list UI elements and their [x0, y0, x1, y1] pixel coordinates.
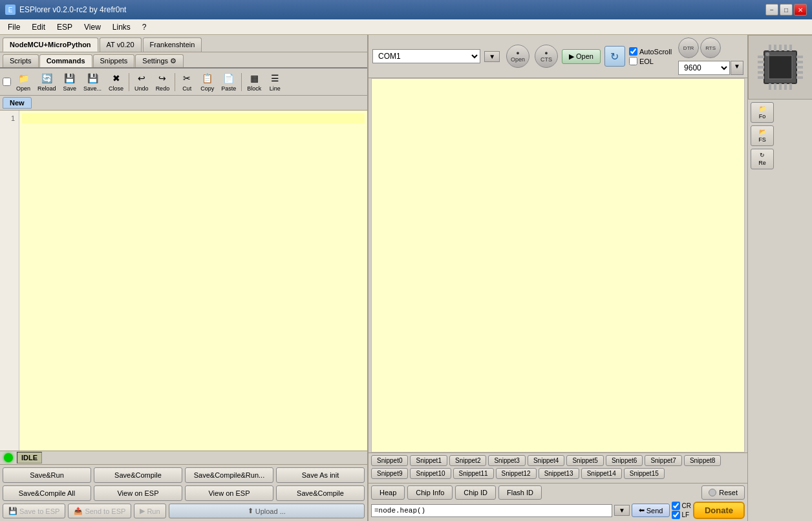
snippet-15[interactable]: Snippet15	[624, 468, 665, 479]
snippet-8[interactable]: Snippet8	[684, 455, 721, 466]
menu-help[interactable]: ?	[137, 21, 152, 33]
snippet-3[interactable]: Snippet3	[488, 455, 525, 466]
tab-franken[interactable]: Frankenshtein	[143, 37, 202, 52]
snippet-14[interactable]: Snippet14	[581, 468, 622, 479]
line-icon: ☰	[268, 72, 281, 85]
cts-button[interactable]: ● CTS	[535, 45, 558, 68]
com-dropdown-arrow[interactable]: ▼	[484, 51, 500, 62]
donate-button[interactable]: Donate	[693, 502, 745, 519]
save-compile-run-button[interactable]: Save&Compile&Run...	[185, 467, 273, 483]
com-port-select[interactable]: COM1	[372, 49, 480, 63]
reset-button[interactable]: Reset	[701, 485, 745, 500]
copy-button[interactable]: 📋 Copy	[197, 70, 217, 94]
send-to-esp-button[interactable]: 📤 Send to ESP	[68, 504, 131, 518]
rts-button[interactable]: RTS	[700, 37, 721, 58]
active-line[interactable]	[22, 113, 365, 123]
snippet-11[interactable]: Snippet11	[453, 468, 494, 479]
tab-nodemcu[interactable]: NodeMCU+MicroPython	[3, 37, 98, 52]
menu-view[interactable]: View	[79, 21, 106, 33]
tab-snippets[interactable]: Snippets	[93, 54, 135, 67]
snippet-4[interactable]: Snippet4	[528, 455, 564, 466]
save-compile-all-button[interactable]: Save&Compile All	[3, 485, 91, 501]
block-button[interactable]: ▦ Block	[244, 70, 264, 94]
save-button[interactable]: 💾 Save	[60, 70, 80, 94]
connect-button[interactable]: ▶ Open	[562, 49, 601, 64]
cmd-input[interactable]	[371, 504, 612, 517]
chip-info-button[interactable]: Chip Info	[407, 485, 453, 500]
minimize-button[interactable]: −	[765, 4, 778, 16]
reload-button[interactable]: 🔄 Reload	[34, 70, 59, 94]
connect-icon: ▶	[569, 52, 574, 61]
open-port-button[interactable]: ● Open	[506, 45, 529, 68]
menu-edit[interactable]: Edit	[27, 21, 50, 33]
save-to-esp-button[interactable]: 💾 Save to ESP	[3, 504, 65, 518]
snippet-7[interactable]: Snippet7	[645, 455, 681, 466]
open-button[interactable]: 📁 Open	[13, 70, 34, 94]
snippet-1[interactable]: Snippet1	[410, 455, 447, 466]
svg-rect-7	[796, 56, 803, 58]
snippet-9[interactable]: Snippet9	[371, 468, 408, 479]
esp-btn-row: Heap Chip Info Chip ID Flash ID Reset	[371, 485, 745, 500]
undo-button[interactable]: ↩ Undo	[131, 70, 152, 94]
sidebar-fo-button[interactable]: 📁 Fo	[751, 102, 774, 123]
save-as-button[interactable]: 💾 Save...	[80, 70, 105, 94]
snippet-10[interactable]: Snippet10	[410, 468, 451, 479]
heap-button[interactable]: Heap	[371, 485, 405, 500]
eol-row: EOL	[629, 57, 672, 65]
menu-esp[interactable]: ESP	[52, 21, 78, 33]
redo-button[interactable]: ↪ Redo	[153, 70, 173, 94]
chip-id-button[interactable]: Chip ID	[455, 485, 496, 500]
tab-settings[interactable]: Settings ⚙	[135, 54, 184, 67]
snippet-6[interactable]: Snippet6	[606, 455, 643, 466]
maximize-button[interactable]: □	[780, 4, 793, 16]
view-on-esp-button-1[interactable]: View on ESP	[94, 485, 182, 501]
lf-label: LF	[681, 511, 689, 518]
menu-file[interactable]: File	[3, 21, 25, 33]
tab-commands[interactable]: Commands	[39, 54, 92, 67]
cut-button[interactable]: ✂ Cut	[177, 70, 197, 94]
sidebar-re-button[interactable]: ↻ Re	[751, 149, 774, 169]
tab-at[interactable]: AT v0.20	[100, 37, 142, 52]
lf-checkbox[interactable]	[672, 511, 680, 519]
snippet-2[interactable]: Snippet2	[449, 455, 486, 466]
baud-rate-select[interactable]: 9600	[678, 61, 730, 75]
sidebar-fs-button[interactable]: 📂 FS	[751, 125, 774, 146]
menu-links[interactable]: Links	[107, 21, 136, 33]
close-file-button[interactable]: ✖ Close	[105, 70, 127, 94]
snippet-12[interactable]: Snippet12	[496, 468, 537, 479]
toolbar-sep-2	[175, 73, 175, 91]
save-compile-button[interactable]: Save&Compile	[94, 467, 182, 483]
reload-icon: 🔄	[40, 72, 53, 85]
line-button[interactable]: ☰ Line	[265, 70, 284, 94]
run-button[interactable]: ▶ Run	[134, 504, 166, 518]
snippet-13[interactable]: Snippet13	[539, 468, 579, 479]
flash-id-button[interactable]: Flash ID	[498, 485, 542, 500]
save-compile-button-2[interactable]: Save&Compile	[276, 485, 365, 501]
cmd-dropdown-arrow[interactable]: ▼	[614, 505, 630, 516]
snippet-0[interactable]: Snippet0	[371, 455, 408, 466]
send-button[interactable]: ⬅ Send	[632, 504, 670, 517]
editor-content[interactable]	[19, 111, 367, 451]
cr-checkbox[interactable]	[672, 502, 680, 510]
checkbox-area[interactable]	[3, 78, 12, 86]
upload-button[interactable]: ⬆ Upload ...	[169, 504, 365, 518]
save-as-init-button[interactable]: Save As init	[276, 467, 365, 483]
editor-tab-new[interactable]: New	[3, 97, 32, 109]
refresh-button[interactable]: ↻	[604, 46, 625, 67]
dtr-button[interactable]: DTR	[678, 37, 699, 58]
snippet-5[interactable]: Snippet5	[566, 455, 603, 466]
tab-scripts[interactable]: Scripts	[3, 54, 39, 67]
autoscroll-checkbox[interactable]	[629, 47, 637, 56]
bottom-action-row: 💾 Save to ESP 📤 Send to ESP ▶ Run ⬆ Uplo…	[3, 504, 365, 518]
fo-icon: 📁	[759, 105, 766, 112]
select-all-checkbox[interactable]	[3, 78, 11, 86]
paste-button[interactable]: 📄 Paste	[218, 70, 239, 94]
view-on-esp-button-2[interactable]: View on ESP	[185, 485, 273, 501]
eol-checkbox[interactable]	[629, 57, 637, 65]
svg-rect-5	[758, 71, 764, 74]
svg-rect-3	[758, 61, 764, 63]
baud-dropdown-arrow[interactable]: ▼	[731, 61, 743, 75]
close-button[interactable]: ✕	[794, 4, 807, 16]
re-icon: ↻	[760, 152, 765, 158]
save-run-button[interactable]: Save&Run	[3, 467, 91, 483]
